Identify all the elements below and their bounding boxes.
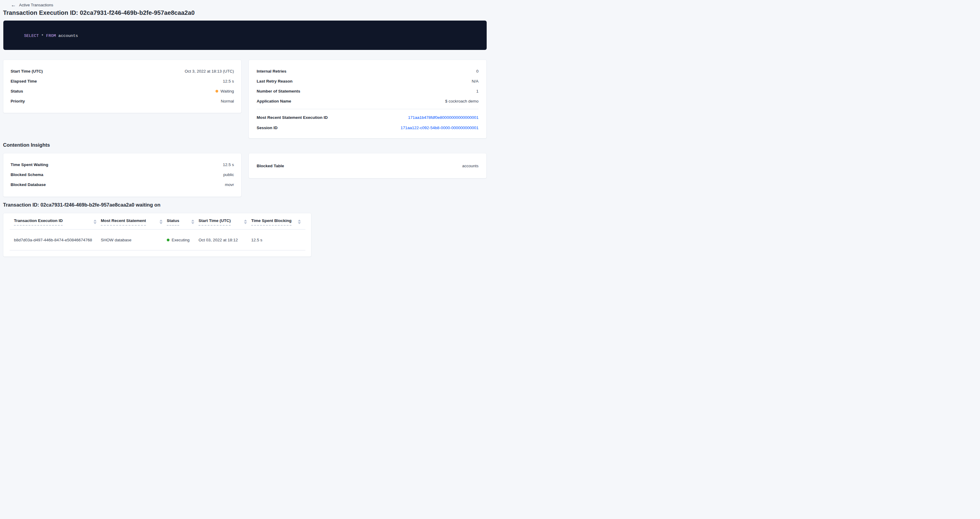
sort-desc-icon xyxy=(298,222,301,224)
row-value: 12.5 s xyxy=(223,162,234,167)
row-label: Priority xyxy=(11,99,25,103)
contention-row-blocked-table: Blocked Table accounts xyxy=(257,161,479,171)
summary-row-start-time: Start Time (UTC) Oct 3, 2022 at 18:13 (U… xyxy=(11,66,234,76)
row-value: 0 xyxy=(476,69,479,73)
summary-row-priority: Priority Normal xyxy=(11,96,234,106)
column-label[interactable]: Transaction Execution ID xyxy=(14,218,63,225)
row-label: Time Spent Waiting xyxy=(11,162,48,167)
sort-desc-icon xyxy=(191,222,194,224)
row-label: Most Recent Statement Execution ID xyxy=(257,115,328,120)
row-label: Blocked Table xyxy=(257,163,284,168)
blocked-table-card: Blocked Table accounts xyxy=(248,153,487,178)
row-label: Elapsed Time xyxy=(11,79,37,84)
cell-status: Executing xyxy=(167,238,199,242)
column-header-most-recent-statement[interactable]: Most Recent Statement xyxy=(101,218,167,225)
statement-execution-id-link[interactable]: 171aa1b478fdf0e80000000000000001 xyxy=(408,115,479,120)
sort-icon[interactable] xyxy=(191,220,194,224)
sort-desc-icon xyxy=(159,222,162,224)
column-header-transaction-execution-id[interactable]: Transaction Execution ID xyxy=(14,218,101,225)
summary-row-application-name: Application Name $ cockroach demo xyxy=(257,96,479,106)
sort-asc-icon xyxy=(94,220,97,221)
row-value: $ cockroach demo xyxy=(445,99,479,103)
row-value: 1 xyxy=(476,89,479,94)
waiting-on-table: Transaction Execution ID Most Recent Sta… xyxy=(3,213,312,257)
row-value: N/A xyxy=(471,79,479,84)
contention-row-time-spent-waiting: Time Spent Waiting 12.5 s xyxy=(11,160,234,170)
column-header-time-spent-blocking[interactable]: Time Spent Blocking xyxy=(251,218,305,225)
sort-desc-icon xyxy=(94,222,97,224)
column-label[interactable]: Most Recent Statement xyxy=(101,218,146,225)
sort-icon[interactable] xyxy=(159,220,162,224)
summary-row-number-of-statements: Number of Statements 1 xyxy=(257,86,479,96)
sort-icon[interactable] xyxy=(94,220,97,224)
row-label: Blocked Database xyxy=(11,183,46,187)
back-link-active-transactions[interactable]: ← Active Transactions xyxy=(11,1,53,9)
status-badge: Waiting xyxy=(215,89,234,94)
column-label[interactable]: Start Time (UTC) xyxy=(199,218,231,225)
sort-asc-icon xyxy=(244,220,247,221)
sql-text: accounts xyxy=(56,33,78,38)
sort-asc-icon xyxy=(298,220,301,221)
card-divider xyxy=(257,109,479,109)
table-row: b8d7d03a-d497-446b-8474-e50846674768 SHO… xyxy=(3,230,311,250)
summary-row-internal-retries: Internal Retries 0 xyxy=(257,66,479,76)
sql-statement-box: SELECT * FROM accounts xyxy=(3,21,487,50)
column-header-status[interactable]: Status xyxy=(167,218,199,225)
row-value: Normal xyxy=(221,99,234,103)
sort-icon[interactable] xyxy=(244,220,247,224)
row-value: public xyxy=(223,172,234,177)
sort-icon[interactable] xyxy=(298,220,301,224)
column-header-start-time[interactable]: Start Time (UTC) xyxy=(199,218,251,225)
sql-text: * xyxy=(39,33,46,38)
waiting-on-heading: Transaction ID: 02ca7931-f246-469b-b2fe-… xyxy=(3,202,161,208)
cell-time-spent-blocking: 12.5 s xyxy=(251,238,305,242)
summary-row-session-id: Session ID 171aa122-c092-54b8-0000-00000… xyxy=(257,122,479,133)
table-bottom-divider xyxy=(10,250,305,251)
row-value: Oct 3, 2022 at 18:13 (UTC) xyxy=(185,69,234,73)
row-label: Internal Retries xyxy=(257,69,286,73)
summary-row-elapsed-time: Elapsed Time 12.5 s xyxy=(11,76,234,86)
column-label[interactable]: Time Spent Blocking xyxy=(251,218,291,225)
page-title: Transaction Execution ID: 02ca7931-f246-… xyxy=(3,10,195,16)
table-header-row: Transaction Execution ID Most Recent Sta… xyxy=(3,213,311,225)
cell-transaction-execution-id: b8d7d03a-d497-446b-8474-e50846674768 xyxy=(14,238,101,242)
sql-keyword: FROM xyxy=(46,33,56,38)
executing-status-dot-icon xyxy=(167,239,170,241)
contention-insights-heading: Contention Insights xyxy=(3,142,50,148)
summary-row-last-retry-reason: Last Retry Reason N/A xyxy=(257,76,479,86)
status-text: Waiting xyxy=(220,89,234,94)
sql-keyword: SELECT xyxy=(24,33,39,38)
summary-row-statement-execution-id: Most Recent Statement Execution ID 171aa… xyxy=(257,112,479,122)
row-label: Number of Statements xyxy=(257,89,300,94)
transaction-summary-card: Start Time (UTC) Oct 3, 2022 at 18:13 (U… xyxy=(3,60,242,113)
contention-row-blocked-database: Blocked Database movr xyxy=(11,179,234,190)
row-label: Session ID xyxy=(257,125,278,130)
row-label: Status xyxy=(11,89,23,94)
row-label: Application Name xyxy=(257,99,291,103)
row-value: accounts xyxy=(462,163,479,168)
summary-row-status: Status Waiting xyxy=(11,86,234,96)
column-label[interactable]: Status xyxy=(167,218,179,225)
row-label: Start Time (UTC) xyxy=(11,69,43,73)
back-arrow-icon: ← xyxy=(11,2,16,8)
sort-desc-icon xyxy=(244,222,247,224)
waiting-status-dot-icon xyxy=(215,90,218,92)
row-label: Blocked Schema xyxy=(11,172,43,177)
sort-asc-icon xyxy=(191,220,194,221)
breadcrumb-label: Active Transactions xyxy=(19,3,53,7)
transaction-details-page: ← Active Transactions Transaction Execut… xyxy=(0,0,490,259)
cell-most-recent-statement: SHOW database xyxy=(101,238,167,242)
row-value: 12.5 s xyxy=(223,79,234,84)
row-value: movr xyxy=(225,183,234,187)
session-id-link[interactable]: 171aa122-c092-54b8-0000-000000000001 xyxy=(401,125,479,130)
sort-asc-icon xyxy=(159,220,162,221)
contention-details-card: Time Spent Waiting 12.5 s Blocked Schema… xyxy=(3,153,242,197)
cell-start-time: Oct 03, 2022 at 18:12 xyxy=(199,238,251,242)
contention-row-blocked-schema: Blocked Schema public xyxy=(11,170,234,179)
transaction-detail-card: Internal Retries 0 Last Retry Reason N/A… xyxy=(248,60,487,138)
status-text: Executing xyxy=(172,238,189,242)
row-label: Last Retry Reason xyxy=(257,79,293,84)
